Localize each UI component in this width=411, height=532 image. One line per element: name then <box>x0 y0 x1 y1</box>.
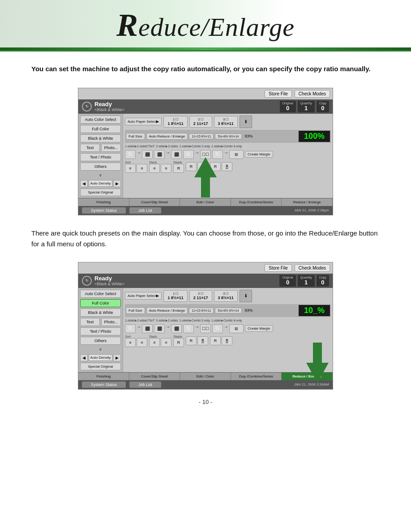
copy-icon-2-2b[interactable]: ⬛ <box>171 324 182 333</box>
finishing-btn-2[interactable]: Finishing <box>78 373 129 380</box>
copy-icon-2-3a[interactable]: ⬜ <box>183 324 194 333</box>
staple-icon-1[interactable]: R <box>173 164 184 173</box>
cover-slip-btn-2[interactable]: Cover/Slip Sheet <box>129 373 180 380</box>
copy-icon-2b[interactable]: ⬛ <box>171 150 182 159</box>
finishing-btn-1[interactable]: Finishing <box>78 198 129 206</box>
extra-icon-2-1b[interactable]: R̲ <box>197 336 208 345</box>
dup-combine-btn-1[interactable]: Dup./Combine/Series <box>231 198 282 206</box>
extra-icon-1a[interactable]: R <box>186 162 197 171</box>
text-photo-row-2: Text Photo... <box>80 318 121 326</box>
extra-icon-2a[interactable]: R <box>210 162 221 171</box>
ratio1-btn-2[interactable]: 11×15 8½×11 <box>189 308 214 313</box>
density-right-1[interactable]: ▶ <box>113 180 121 187</box>
density-left-1[interactable]: ◀ <box>80 180 88 187</box>
edit-color-btn-2[interactable]: Edit / Color <box>180 373 231 380</box>
bw-btn-2[interactable]: Black & White <box>80 309 121 317</box>
paper1-btn-1[interactable]: 1 ☐ 1 8½×11 <box>163 116 187 128</box>
ratio-main-1: 100% <box>299 131 330 142</box>
extra-icon-2b[interactable]: R̲ <box>222 162 232 171</box>
others-btn-1[interactable]: Others <box>80 163 121 171</box>
extra-icon-2-2b[interactable]: R̲ <box>222 336 232 345</box>
stack-icon-1[interactable]: ≡ <box>149 164 160 173</box>
full-size-btn-2[interactable]: Full Size <box>126 307 145 314</box>
store-file-btn-1[interactable]: Store File <box>265 90 292 98</box>
text-photo-btn-1[interactable]: Text / Photo <box>80 153 121 161</box>
ready-icon-1: ↻ <box>82 102 92 112</box>
text-btn-1[interactable]: Text <box>80 144 100 152</box>
sort-icon-1[interactable]: ≡ <box>125 164 136 173</box>
machine-sidebar-2: Auto Color Select Full Color Black & Whi… <box>78 288 123 372</box>
check-modes-btn-1[interactable]: Check Modes <box>295 90 330 98</box>
photo-btn-2[interactable]: Photo... <box>101 318 121 326</box>
copy-icon-2-3b[interactable]: ☐☐ <box>200 324 211 333</box>
original-counter-2: Original 0 <box>279 275 295 287</box>
copy-icon-1a[interactable]: ⬜ <box>125 150 136 159</box>
special-original-1[interactable]: Special Original <box>80 189 121 196</box>
edit-color-btn-1[interactable]: Edit / Color <box>180 198 231 206</box>
full-color-btn-1[interactable]: Full Color <box>80 125 121 133</box>
auto-reduce-btn-2[interactable]: Auto Reduce / Enlarge <box>146 307 188 314</box>
create-margin-btn-2[interactable]: Create Margin <box>245 325 273 332</box>
auto-paper-btn-2[interactable]: Auto Paper Select▶ <box>125 292 162 300</box>
special-original-2[interactable]: Special Original <box>80 363 121 370</box>
job-list-sys-btn-1[interactable]: Job List <box>129 207 161 214</box>
extra-icon-2-2a[interactable]: R <box>210 336 221 345</box>
paper2-btn-1[interactable]: 2 ☐ 2 11×17 <box>189 116 212 128</box>
paper3-btn-2[interactable]: 3 ☐ 3 8½×11 <box>214 290 238 302</box>
sort-icon-2-1[interactable]: ≡ <box>125 338 136 347</box>
copy-icon-2-1a[interactable]: ⬜ <box>125 324 136 333</box>
text-btn-2[interactable]: Text <box>80 318 100 326</box>
copy-icon-1b[interactable]: ⬛ <box>142 150 153 159</box>
full-size-btn-1[interactable]: Full Size <box>126 133 145 140</box>
copy-icon-4a[interactable]: ⬜ <box>212 150 223 159</box>
original-counter-1: Original 0 <box>280 101 296 112</box>
photo-btn-1[interactable]: Photo... <box>101 144 121 152</box>
dup-combine-btn-2[interactable]: Dup./Combine/Series <box>231 373 282 380</box>
create-margin-btn-1[interactable]: Create Margin <box>245 151 273 158</box>
copy-icon-3a[interactable]: ⬜ <box>183 150 194 159</box>
job-list-sys-btn-2[interactable]: Job List <box>129 382 161 388</box>
store-file-btn-2[interactable]: Store File <box>265 264 292 272</box>
copy-icon-3b[interactable]: ☐☐ <box>200 150 211 159</box>
full-color-btn-2[interactable]: Full Color <box>80 299 121 307</box>
extra-icon-2-1a[interactable]: R <box>186 336 197 345</box>
stack-icon-2-1[interactable]: ≡ <box>149 338 160 347</box>
copy-icon-2-4b[interactable]: ⊞ <box>229 324 244 333</box>
sys-date-1: JAN 21, 2006 2:38pm <box>295 207 329 214</box>
auto-color-btn-2[interactable]: Auto Color Select <box>80 290 121 298</box>
cover-slip-btn-1[interactable]: Cover/Slip Sheet <box>129 198 180 206</box>
paper1-btn-2[interactable]: 1 ☐ 1 8½×11 <box>163 290 187 302</box>
others-btn-2[interactable]: Others <box>80 337 121 345</box>
bw-btn-1[interactable]: Black & White <box>80 134 121 142</box>
copy-icon-2a[interactable]: ⬛ <box>154 150 165 159</box>
copy-icon-2-4a[interactable]: ⬜ <box>212 324 223 333</box>
copy-icon-2-1b[interactable]: ⬛ <box>142 324 153 333</box>
sort-icon-2[interactable]: ≡ <box>137 164 147 173</box>
reduce-enlarge-btn-2[interactable]: Reduce / Enlarge <box>282 373 333 380</box>
text-photo-btn-2[interactable]: Text / Photo <box>80 327 121 335</box>
stack-icon-2-2[interactable]: ≡ <box>161 338 171 347</box>
auto-paper-btn-1[interactable]: Auto Paper Select▶ <box>125 118 162 125</box>
staple-icon-2-1[interactable]: R <box>173 338 184 347</box>
sort-label-2: Sort <box>125 335 147 338</box>
sort-icon-2-2[interactable]: ≡ <box>137 338 147 347</box>
copy-icon-4b[interactable]: ⊞ <box>229 150 244 159</box>
check-modes-btn-2[interactable]: Check Modes <box>295 264 330 272</box>
system-status-sys-btn-1[interactable]: System Status <box>82 207 126 214</box>
auto-reduce-btn-1[interactable]: Auto Reduce / Enlarge <box>146 133 188 140</box>
stack-icon-2[interactable]: ≡ <box>161 164 171 173</box>
ratio2-btn-2[interactable]: 5¾×8½ 8½×14 <box>215 308 241 313</box>
ratio2-btn-1[interactable]: 5¾×8½ 8½×14 <box>215 133 241 139</box>
paper2-btn-2[interactable]: 2 ☐ 2 11×17 <box>189 290 212 302</box>
reduce-enlarge-btn-1[interactable]: Reduce / Enlarge <box>282 198 333 206</box>
copy-icons-group3: ⬜ → ☐☐ <box>183 150 211 159</box>
system-status-sys-btn-2[interactable]: System Status <box>82 382 126 388</box>
copy-icon-2-2a[interactable]: ⬛ <box>154 324 165 333</box>
ratio1-btn-1[interactable]: 11×15 8½×11 <box>189 133 214 139</box>
paper3-btn-1[interactable]: 3 ☐ 3 8½×11 <box>214 116 238 128</box>
extra-icon-1b[interactable]: R̲ <box>197 162 208 171</box>
density-left-2[interactable]: ◀ <box>80 354 88 361</box>
density-right-2[interactable]: ▶ <box>113 354 121 361</box>
auto-color-btn-1[interactable]: Auto Color Select <box>80 116 121 124</box>
ratio-pct-1: 93% <box>243 133 255 139</box>
